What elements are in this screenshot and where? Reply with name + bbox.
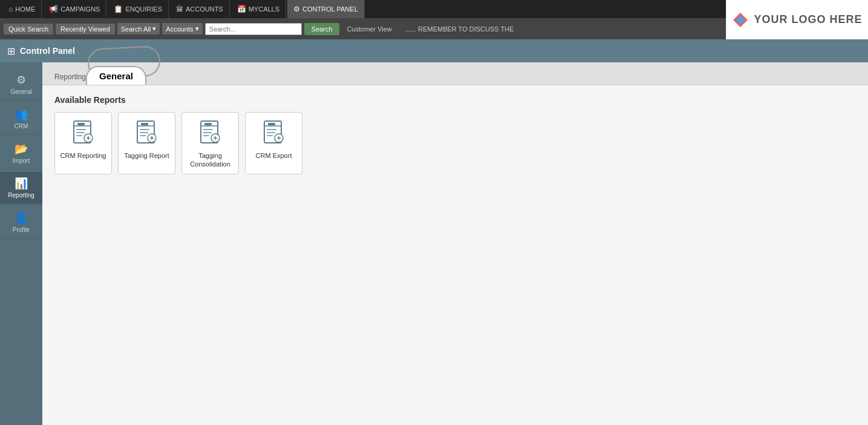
campaigns-icon: 📢 xyxy=(49,5,58,13)
logo-area: YOUR LOGO HERE xyxy=(726,0,868,39)
recently-viewed-button[interactable]: Recently Viewed xyxy=(56,24,115,35)
svg-rect-14 xyxy=(140,135,146,136)
content-area: Reporting General Available Reports xyxy=(42,62,868,425)
customer-view-button[interactable]: Customer View xyxy=(342,24,396,35)
control-panel-header: ⊞ Control Panel xyxy=(0,39,868,62)
nav-campaigns[interactable]: 📢 CAMPAIGNS xyxy=(43,0,106,18)
svg-rect-18 xyxy=(204,123,212,125)
svg-rect-12 xyxy=(140,129,149,130)
control-panel-title: Control Panel xyxy=(20,46,75,56)
sidebar-item-general[interactable]: ⚙ General xyxy=(0,68,42,100)
import-icon: 📂 xyxy=(15,142,28,156)
svg-rect-5 xyxy=(76,129,86,130)
search-button[interactable]: Search xyxy=(304,23,340,35)
svg-rect-21 xyxy=(203,135,209,136)
tagging-report-label: Tagging Report xyxy=(124,151,169,160)
sidebar-item-profile[interactable]: 👤 Profile xyxy=(0,206,42,239)
sidebar-item-import[interactable]: 📂 Import xyxy=(0,137,42,170)
home-icon: ⌂ xyxy=(8,5,13,13)
tabs-bar: Reporting General xyxy=(42,62,868,85)
nav-accounts[interactable]: 🏛 ACCOUNTS xyxy=(170,0,230,18)
nav-controlpanel[interactable]: ⚙ CONTROL PANEL xyxy=(287,0,365,18)
nav-enquiries[interactable]: 📋 ENQUIRIES xyxy=(108,0,169,18)
chevron-down-icon: ▾ xyxy=(152,25,156,33)
accounts-icon: 🏛 xyxy=(176,5,183,13)
reporting-icon: 📊 xyxy=(15,177,28,190)
report-card-tagging-report[interactable]: Tagging Report xyxy=(118,112,175,174)
svg-rect-25 xyxy=(268,123,275,125)
grid-icon: ⊞ xyxy=(7,45,15,57)
logo-icon xyxy=(732,12,749,28)
quick-search-button[interactable]: Quick Search xyxy=(4,24,53,35)
svg-rect-26 xyxy=(267,129,276,130)
sidebar-item-crm[interactable]: 👥 CRM xyxy=(0,103,42,135)
report-card-crm-reporting[interactable]: CRM Reporting xyxy=(54,112,112,174)
svg-rect-11 xyxy=(141,123,148,125)
search-input[interactable] xyxy=(205,23,302,35)
svg-rect-19 xyxy=(203,129,213,130)
svg-rect-7 xyxy=(76,135,82,136)
svg-rect-6 xyxy=(76,132,85,133)
tagging-consolidation-label: Tagging Consolidation xyxy=(187,151,233,169)
svg-rect-27 xyxy=(267,132,275,133)
available-reports-title: Available Reports xyxy=(54,95,856,105)
crm-icon: 👥 xyxy=(15,108,28,121)
profile-icon: 👤 xyxy=(15,211,28,225)
remember-text: ...... REMEMBER TO DISCUSS THE xyxy=(405,25,514,33)
reports-grid: CRM Reporting Tagging Report xyxy=(54,112,856,174)
report-card-tagging-consolidation[interactable]: Tagging Consolidation xyxy=(181,112,239,174)
general-icon: ⚙ xyxy=(16,73,26,87)
nav-mycalls[interactable]: 📅 MYCALLS xyxy=(231,0,286,18)
chevron-down-icon-2: ▾ xyxy=(195,25,199,33)
crm-reporting-label: CRM Reporting xyxy=(60,151,106,160)
crm-export-icon xyxy=(262,120,286,147)
report-card-crm-export[interactable]: CRM Export xyxy=(245,112,302,174)
nav-home[interactable]: ⌂ HOME xyxy=(2,0,42,18)
mycalls-icon: 📅 xyxy=(237,5,246,13)
available-reports-section: Available Reports CRM Reporting xyxy=(42,85,868,184)
svg-rect-13 xyxy=(140,132,148,133)
crm-export-label: CRM Export xyxy=(256,151,292,160)
sidebar: ⚙ General 👥 CRM 📂 Import 📊 Reporting 👤 P… xyxy=(0,62,42,425)
logo-text: YOUR LOGO HERE xyxy=(754,13,862,26)
breadcrumb-reporting: Reporting xyxy=(48,70,86,85)
tab-general[interactable]: General xyxy=(86,66,146,85)
svg-rect-4 xyxy=(77,123,85,125)
controlpanel-icon: ⚙ xyxy=(293,5,300,13)
main-layout: ⚙ General 👥 CRM 📂 Import 📊 Reporting 👤 P… xyxy=(0,62,868,425)
accounts-dropdown[interactable]: Accounts ▾ xyxy=(162,23,202,35)
svg-rect-28 xyxy=(267,135,273,136)
tagging-report-icon xyxy=(135,120,159,147)
svg-rect-20 xyxy=(203,132,212,133)
tagging-consolidation-icon xyxy=(198,120,223,147)
sidebar-item-reporting[interactable]: 📊 Reporting xyxy=(0,172,42,204)
enquiries-icon: 📋 xyxy=(114,5,123,13)
search-all-dropdown[interactable]: Search All ▾ xyxy=(117,23,160,35)
crm-reporting-icon xyxy=(71,120,96,147)
